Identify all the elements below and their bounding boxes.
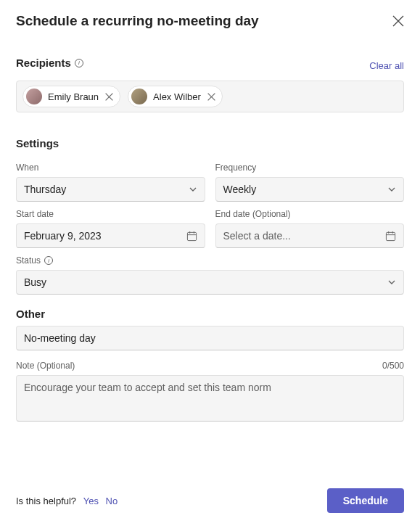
status-value: Busy: [24, 276, 46, 288]
when-label: When: [16, 163, 205, 173]
svg-rect-0: [187, 232, 196, 240]
end-date-picker[interactable]: Select a date...: [215, 223, 405, 248]
recipients-label: Recipients i: [16, 57, 83, 69]
close-icon[interactable]: [207, 92, 216, 102]
calendar-icon: [385, 231, 396, 242]
helpful-yes-link[interactable]: Yes: [83, 496, 99, 506]
helpful-prompt: Is this helpful? Yes No: [16, 496, 118, 506]
calendar-icon: [186, 231, 197, 242]
when-select[interactable]: Thursday: [16, 177, 205, 202]
note-textarea[interactable]: [16, 375, 404, 422]
recipient-name: Emily Braun: [48, 91, 99, 102]
title-input[interactable]: [16, 326, 404, 350]
recipient-chip[interactable]: Emily Braun: [22, 86, 120, 107]
frequency-select[interactable]: Weekly: [215, 177, 405, 202]
chevron-down-icon: [189, 185, 197, 194]
avatar: [131, 89, 147, 104]
avatar: [26, 89, 42, 104]
recipients-input[interactable]: Emily Braun Alex Wilber: [16, 81, 404, 112]
status-select[interactable]: Busy: [16, 270, 404, 295]
note-counter: 0/500: [382, 361, 404, 371]
status-label-text: Status: [16, 255, 41, 266]
clear-all-link[interactable]: Clear all: [369, 60, 404, 71]
start-date-value: February 9, 2023: [24, 230, 102, 242]
recipients-label-text: Recipients: [16, 57, 71, 69]
end-date-label: End date (Optional): [215, 209, 405, 219]
end-date-placeholder: Select a date...: [223, 230, 291, 242]
close-icon[interactable]: [392, 15, 404, 27]
chevron-down-icon: [387, 185, 396, 194]
frequency-label: Frequency: [215, 163, 405, 173]
chevron-down-icon: [387, 278, 396, 287]
schedule-button[interactable]: Schedule: [327, 488, 404, 513]
recipient-name: Alex Wilber: [153, 91, 201, 102]
settings-label: Settings: [16, 137, 404, 149]
recipient-chip[interactable]: Alex Wilber: [128, 86, 223, 107]
svg-rect-4: [386, 232, 395, 240]
info-icon[interactable]: i: [44, 256, 53, 265]
close-icon[interactable]: [104, 92, 114, 102]
other-label: Other: [16, 308, 404, 320]
dialog-title: Schedule a recurring no-meeting day: [16, 13, 259, 29]
start-date-picker[interactable]: February 9, 2023: [16, 223, 205, 248]
frequency-value: Weekly: [223, 184, 257, 195]
info-icon[interactable]: i: [75, 59, 83, 67]
when-value: Thursday: [24, 184, 66, 195]
status-label: Status i: [16, 255, 404, 266]
helpful-text: Is this helpful?: [16, 496, 76, 506]
start-date-label: Start date: [16, 209, 205, 219]
helpful-no-link[interactable]: No: [106, 496, 118, 506]
note-label: Note (Optional): [16, 361, 75, 371]
